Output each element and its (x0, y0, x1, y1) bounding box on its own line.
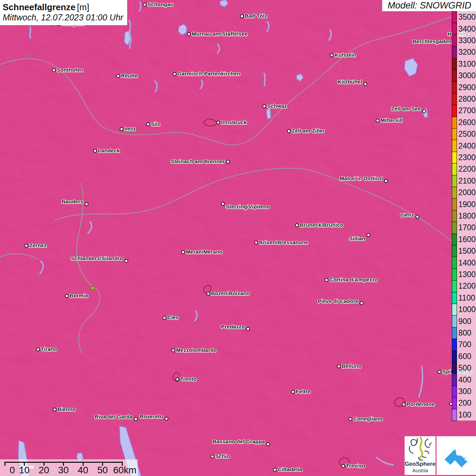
city-dot (262, 104, 266, 108)
partner-logo-box (437, 436, 476, 475)
city-label: Bassano del Grappa (213, 439, 265, 445)
city-dot (415, 215, 419, 219)
city-label: Zell am See (391, 106, 421, 112)
city-label: Sonthofen (57, 67, 83, 73)
city-label: Predazzo (221, 324, 245, 330)
scale-bar-label: 10 (19, 465, 30, 476)
city-dot (273, 468, 277, 472)
city-dot (367, 233, 370, 237)
city-label: Tirano (41, 346, 57, 352)
city-dot (325, 278, 328, 282)
city-dot (348, 417, 352, 421)
city-dot (173, 72, 176, 76)
city-label: Cittadella (278, 466, 302, 473)
city-label: Feltre (296, 389, 310, 395)
city-dot (53, 408, 56, 411)
city-dot (165, 417, 168, 421)
city-dot (65, 294, 69, 298)
city-dot (360, 301, 363, 305)
city-dot (337, 364, 341, 368)
city-label: Zernez (29, 242, 47, 249)
city-dot (187, 32, 191, 36)
city-dot (254, 241, 258, 244)
city-label: Brixen/Bressanone (259, 239, 308, 245)
scale-bar-tick (4, 462, 5, 466)
city-dot (341, 464, 345, 468)
model-label: Modell: SNOWGRID (382, 0, 476, 11)
city-label: Treviso (346, 463, 365, 469)
city-label: ipo (454, 401, 462, 407)
city-label: Kufstein (335, 52, 356, 58)
city-dot (210, 455, 214, 458)
blue-mountain-icon (440, 439, 473, 472)
city-label: Schio (215, 453, 230, 459)
city-dot (134, 417, 138, 421)
city-dot (291, 390, 295, 394)
city-dot (206, 292, 210, 295)
city-label: Matrei in Osttirol (340, 175, 383, 182)
city-label: Landeck (98, 148, 120, 154)
city-label: Bienno (57, 406, 76, 412)
city-label: Schongau (148, 1, 174, 7)
scale-bar-label: 0 (10, 465, 15, 476)
city-label: Spilimbergo (442, 369, 474, 375)
city-label: Schlanders/Silandro (71, 255, 123, 261)
city-dot (384, 179, 388, 183)
city-label: Bruneck/Brunico (300, 222, 343, 228)
city-label: Cortina d'Ampezzo (329, 277, 378, 283)
city-dot (221, 202, 225, 206)
city-label: Sillian (349, 236, 365, 242)
map-title: Schneefallgrenze (3, 2, 75, 12)
map-datetime: Mittwoch, 12.07.2023 01:00 Uhr (3, 13, 123, 23)
city-dot (449, 402, 453, 406)
scale-bar-label: 60km (113, 465, 136, 476)
city-dot (181, 250, 185, 254)
city-dot (376, 119, 379, 122)
city-dot (175, 377, 179, 381)
scale-bar-label: 30 (58, 465, 69, 476)
city-dot (116, 74, 120, 78)
snowfall-limit-map: SchongauBad TölzKemptenMurnau am Staffel… (0, 0, 476, 476)
city-dot (120, 127, 123, 131)
city-label: Reutte (121, 73, 138, 79)
city-label: Pordenone (407, 401, 435, 407)
city-label: Bozen/Bolzano (211, 290, 250, 296)
city-label: Berchtesgaden (412, 38, 452, 45)
city-label: Riva del Garda (95, 414, 133, 420)
city-dot (240, 14, 244, 18)
city-label: Silz (151, 121, 160, 127)
city-dot (363, 82, 367, 86)
scale-bar-label: 40 (78, 465, 88, 476)
city-label: Innsbruck (221, 119, 247, 125)
city-dot (24, 244, 28, 248)
city-dot (295, 223, 299, 227)
city-dot (266, 442, 270, 446)
city-label: Meran/Merano (186, 249, 222, 255)
city-dot (287, 129, 291, 133)
city-label: Imst (124, 126, 136, 132)
city-label: Bormio (70, 293, 88, 299)
city-dot (402, 403, 406, 406)
city-dot (171, 348, 175, 352)
city-label: Rovereto (140, 413, 163, 420)
geosphere-austria-logo: GeoSphere Austria (405, 436, 436, 475)
map-unit: [m] (77, 2, 89, 12)
city-layer: SchongauBad TölzKemptenMurnau am Staffel… (0, 0, 476, 476)
geosphere-contour-icon (407, 436, 434, 461)
city-label: Mezzolombardo (176, 347, 217, 353)
city-label: Garmisch-Partenkirchen (177, 71, 240, 77)
city-label: Belluno (342, 363, 361, 369)
city-dot (52, 68, 56, 72)
city-dot (216, 121, 220, 124)
city-label: Trento (180, 376, 197, 382)
scale-bar-label: 20 (38, 465, 49, 476)
map-title-box: Schneefallgrenze [m] Mittwoch, 12.07.202… (0, 0, 127, 25)
scale-bar: 0102030405060km (0, 459, 138, 476)
city-label: Hallein (448, 31, 465, 37)
city-dot (246, 327, 250, 331)
city-label: Lienz (400, 212, 414, 218)
scale-bar-label: 50 (97, 465, 108, 476)
geosphere-logo-text: GeoSphere (405, 461, 436, 468)
city-label: Steinach am Brenner (171, 158, 225, 165)
city-dot (85, 202, 88, 206)
